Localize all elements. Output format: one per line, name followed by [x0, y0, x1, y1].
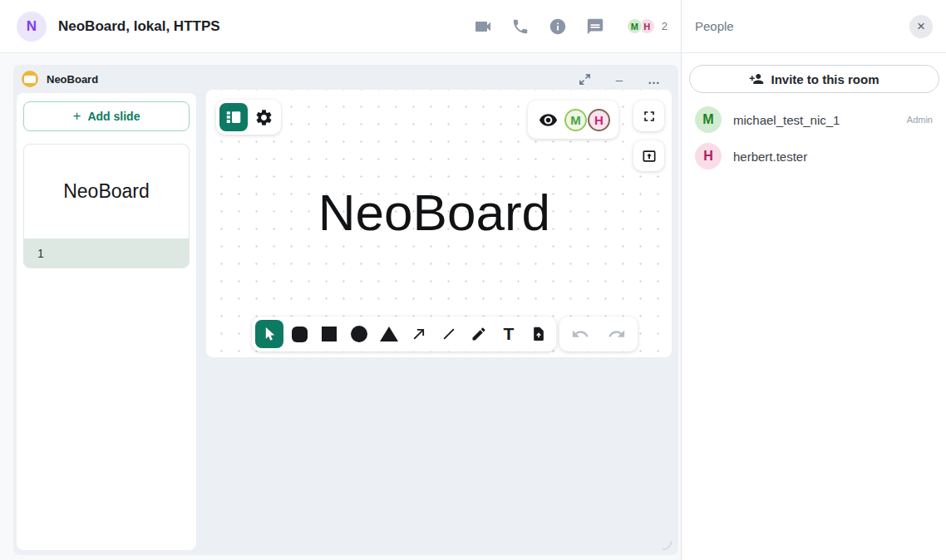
line-tool-button[interactable]: [435, 320, 463, 348]
presence-avatar-m[interactable]: M: [564, 109, 587, 131]
slides-panel: + Add slide NeoBoard 1: [17, 93, 196, 550]
room-avatar[interactable]: N: [17, 12, 47, 42]
expand-icon: [579, 73, 591, 86]
person-add-icon: [749, 71, 764, 86]
history-toolbar: [559, 317, 638, 351]
fullscreen-button[interactable]: [633, 101, 664, 131]
line-icon: [441, 326, 457, 342]
room-timeline: NeoBoard – …: [0, 53, 681, 560]
slide-preview-text: NeoBoard: [24, 145, 189, 238]
member-avatar-h: H: [695, 143, 722, 169]
room-info-button[interactable]: [547, 16, 569, 37]
invite-button-label: Invite to this room: [771, 72, 879, 86]
plus-icon: +: [73, 108, 81, 125]
slide-thumbnail[interactable]: NeoBoard 1: [23, 144, 190, 268]
room-facepile[interactable]: M H 2: [627, 18, 668, 34]
export-button[interactable]: [633, 140, 664, 171]
member-count: 2: [662, 20, 668, 32]
fullscreen-icon: [641, 108, 658, 125]
video-call-button[interactable]: [472, 16, 494, 37]
member-avatar-m: M: [695, 106, 722, 133]
redo-icon: [608, 325, 626, 343]
widget-minimize-button[interactable]: –: [610, 70, 628, 88]
widget-title: NeoBoard: [47, 73, 98, 86]
drawing-toolbar: T: [252, 317, 556, 351]
undo-button[interactable]: [566, 320, 594, 348]
member-name: herbert.tester: [733, 150, 807, 164]
sidebar-title: People: [695, 19, 734, 33]
rectangle-tool-button[interactable]: [315, 320, 343, 348]
show-collaborators-button[interactable]: [536, 106, 559, 134]
gear-icon: [254, 108, 273, 127]
main-column: N NeoBoard, lokal, HTTPS: [0, 0, 681, 560]
cursor-icon: [261, 326, 278, 342]
triangle-icon: [380, 327, 398, 341]
eye-icon: [539, 111, 558, 130]
arrow-icon: [411, 326, 427, 342]
ellipse-icon: [351, 326, 367, 342]
presence-avatar-h[interactable]: H: [588, 109, 610, 131]
video-call-icon: [473, 17, 493, 37]
sidebar-header: People ×: [682, 0, 946, 53]
people-sidebar: People × Invite to this room M michael_t…: [681, 0, 946, 560]
voice-call-button[interactable]: [510, 16, 531, 37]
member-role-badge: Admin: [907, 115, 933, 125]
room-title: NeoBoard, lokal, HTTPS: [58, 18, 220, 35]
pen-tool-button[interactable]: [465, 320, 493, 348]
room-info-icon: [549, 17, 567, 36]
widget-icon: [22, 71, 38, 87]
threads-icon: [586, 17, 604, 36]
threads-button[interactable]: [584, 16, 606, 37]
text-tool-button[interactable]: T: [495, 320, 523, 348]
pen-icon: [471, 326, 487, 342]
presence-controls: M H: [528, 101, 618, 139]
toggle-slide-panel-button[interactable]: [219, 103, 248, 131]
rounded-rectangle-tool-button[interactable]: [285, 320, 313, 348]
member-row-herbert[interactable]: H herbert.tester: [682, 138, 946, 174]
facepile-avatar-m: M: [627, 18, 643, 34]
slide-panel-icon: [224, 108, 243, 126]
whiteboard-canvas[interactable]: NeoBoard: [206, 90, 672, 357]
widget-more-options-button[interactable]: …: [645, 70, 663, 88]
invite-button[interactable]: Invite to this room: [689, 65, 939, 93]
upload-image-tool-button[interactable]: [525, 320, 553, 348]
voice-call-icon: [511, 17, 530, 36]
upload-icon: [641, 148, 658, 165]
redo-button[interactable]: [603, 320, 631, 348]
panel-controls: [216, 100, 281, 135]
slide-number: 1: [24, 238, 189, 268]
widget-titlebar: NeoBoard – …: [13, 65, 678, 93]
rectangle-icon: [322, 327, 337, 341]
text-tool-icon: T: [504, 324, 515, 344]
triangle-tool-button[interactable]: [375, 320, 403, 348]
rounded-rectangle-icon: [292, 327, 308, 342]
arrow-tool-button[interactable]: [405, 320, 433, 348]
widget-resize-handle[interactable]: [660, 538, 673, 552]
ellipse-tool-button[interactable]: [345, 320, 373, 348]
member-name: michael_test_nic_1: [733, 113, 840, 127]
member-row-michael[interactable]: M michael_test_nic_1 Admin: [682, 101, 946, 138]
room-header: N NeoBoard, lokal, HTTPS: [0, 0, 681, 53]
neoboard-widget: NeoBoard – …: [13, 65, 678, 555]
close-sidebar-button[interactable]: ×: [909, 15, 933, 38]
board-text-element[interactable]: NeoBoard: [318, 183, 550, 242]
widget-expand-button[interactable]: [575, 70, 594, 88]
settings-button[interactable]: [249, 103, 278, 131]
file-upload-icon: [530, 326, 547, 342]
add-slide-button[interactable]: + Add slide: [23, 101, 190, 131]
select-tool-button[interactable]: [255, 320, 283, 348]
add-slide-label: Add slide: [87, 110, 140, 123]
undo-icon: [571, 325, 589, 343]
